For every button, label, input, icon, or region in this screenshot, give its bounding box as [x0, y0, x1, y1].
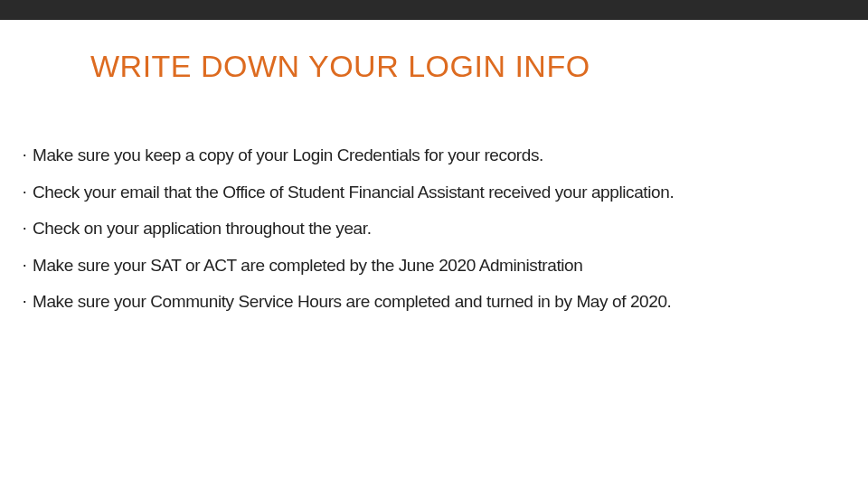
list-item: · Make sure your Community Service Hours…: [16, 290, 868, 314]
bullet-text: Check on your application throughout the…: [33, 217, 372, 241]
bullet-icon: ·: [16, 254, 33, 277]
slide-title: WRITE DOWN YOUR LOGIN INFO: [90, 49, 868, 84]
top-bar: [0, 0, 868, 20]
bullet-icon: ·: [16, 217, 33, 239]
bullet-list: · Make sure you keep a copy of your Logi…: [16, 144, 868, 314]
list-item: · Check on your application throughout t…: [16, 217, 868, 241]
list-item: · Make sure your SAT or ACT are complete…: [16, 254, 868, 278]
bullet-icon: ·: [16, 144, 33, 166]
list-item: · Check your email that the Office of St…: [16, 181, 868, 205]
list-item: · Make sure you keep a copy of your Logi…: [16, 144, 868, 168]
bullet-text: Make sure you keep a copy of your Login …: [33, 144, 543, 168]
bullet-text: Make sure your Community Service Hours a…: [33, 290, 671, 314]
slide-content: WRITE DOWN YOUR LOGIN INFO · Make sure y…: [0, 49, 868, 314]
bullet-text: Check your email that the Office of Stud…: [33, 181, 674, 205]
bullet-text: Make sure your SAT or ACT are completed …: [33, 254, 582, 278]
bullet-icon: ·: [16, 290, 33, 313]
bullet-icon: ·: [16, 181, 33, 203]
